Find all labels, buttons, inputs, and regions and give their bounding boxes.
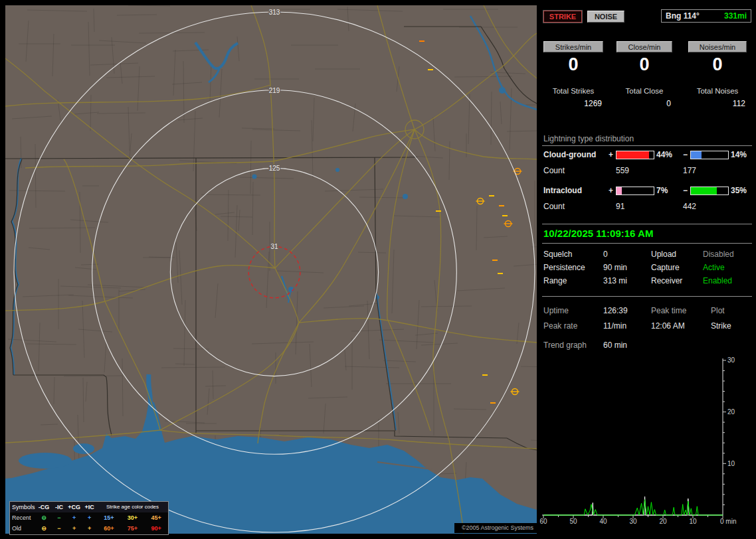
ic-negative-pct: 35% [731, 186, 747, 195]
bearing-range: 331mi [724, 11, 747, 21]
cg-positive-bar [616, 151, 654, 159]
squelch-value: 0 [603, 250, 608, 259]
persistence-label: Persistence [543, 263, 585, 272]
bearing-value: Bng 114° [666, 11, 700, 21]
range-value: 313 mi [603, 276, 627, 285]
peak-time-label: Peak time [651, 306, 686, 315]
svg-text:125: 125 [269, 165, 280, 172]
legend-col-neg-ic: -IC [52, 502, 67, 512]
strikes-per-min-button[interactable]: Strikes/min [543, 41, 603, 52]
recent-pos-ic-icon: + [82, 512, 97, 523]
svg-text:219: 219 [269, 87, 280, 94]
upload-label: Upload [651, 250, 676, 259]
capture-status: Active [703, 263, 725, 272]
uptime-label: Uptime [543, 306, 569, 315]
legend-col-pos-ic: +IC [82, 502, 97, 512]
cg-positive-count: 559 [616, 166, 629, 175]
age-15: 15+ [97, 512, 121, 523]
old-neg-cg-icon: ⊖ [37, 523, 52, 534]
cg-count-label: Count [543, 166, 565, 175]
age-30: 30+ [121, 512, 145, 523]
svg-text:31: 31 [270, 243, 278, 250]
total-strikes-label: Total Strikes [543, 87, 603, 95]
cg-negative-bar [690, 151, 729, 159]
trend-window-value: 60 min [603, 341, 627, 350]
age-60: 60+ [97, 523, 121, 534]
noises-per-min-value: 0 [688, 54, 747, 76]
legend-symbols-header: Symbols [10, 502, 37, 512]
ic-plus-sign: + [609, 186, 613, 195]
legend-col-pos-cg: +CG [66, 502, 82, 512]
upload-status: Disabled [703, 250, 734, 259]
recent-pos-cg-icon: + [66, 512, 82, 523]
ic-minus-sign: − [683, 186, 688, 195]
legend-col-neg-cg: -CG [37, 502, 52, 512]
legend-old-row: Old ⊖ − + + 60+ 75+ 90+ [10, 523, 168, 534]
trend-ticks [543, 360, 726, 518]
cg-plus-sign: + [609, 150, 613, 159]
squelch-label: Squelch [543, 250, 572, 259]
svg-text:40: 40 [599, 518, 607, 525]
noises-per-min-button[interactable]: Noises/min [688, 41, 747, 52]
close-per-min-value: 0 [616, 54, 672, 76]
peak-rate-value: 11/min [603, 321, 626, 331]
svg-text:20: 20 [659, 518, 667, 525]
svg-text:10: 10 [727, 460, 735, 467]
age-75: 75+ [121, 523, 145, 534]
lightning-map[interactable]: 31321912531 Symbols -CG -IC +CG +IC Stri… [5, 5, 537, 534]
close-per-min-button[interactable]: Close/min [616, 41, 672, 52]
age-45: 45+ [144, 512, 168, 523]
receiver-label: Receiver [651, 276, 682, 285]
old-pos-ic-icon: + [82, 523, 97, 534]
ic-negative-count: 442 [683, 202, 696, 211]
ic-count-label: Count [543, 202, 565, 211]
divider [542, 224, 752, 224]
copyright-notice: ©2005 Astrogenic Systems [454, 523, 541, 533]
ic-negative-bar [690, 187, 729, 195]
total-close-value: 0 [616, 99, 671, 108]
svg-text:20: 20 [727, 408, 735, 416]
cg-positive-pct: 44% [656, 150, 672, 159]
svg-text:10: 10 [689, 518, 697, 525]
ic-positive-count: 91 [616, 202, 624, 211]
receiver-status: Enabled [703, 276, 732, 285]
svg-text:30: 30 [727, 356, 735, 364]
ic-positive-pct: 7% [656, 186, 668, 195]
map-legend: Symbols -CG -IC +CG +IC Strike age color… [9, 501, 169, 535]
svg-text:313: 313 [269, 9, 280, 16]
capture-label: Capture [651, 263, 680, 272]
recent-neg-ic-icon: − [52, 512, 67, 523]
cloud-ground-label: Cloud-ground [543, 150, 596, 159]
old-neg-ic-icon: − [52, 523, 67, 534]
plot-value: Strike [711, 321, 731, 331]
old-pos-cg-icon: + [66, 523, 82, 534]
trend-graph-label: Trend graph [543, 341, 587, 350]
strikes-per-min-value: 0 [543, 54, 603, 76]
cg-negative-pct: 14% [731, 150, 747, 159]
trend-axes [542, 358, 723, 515]
datetime-display: 10/22/2025 11:09:16 AM [543, 228, 653, 239]
noise-button[interactable]: NOISE [587, 11, 624, 23]
trend-plot-series [543, 497, 723, 515]
legend-ages-header: Strike age color codes [97, 502, 168, 512]
cg-minus-sign: − [683, 150, 688, 159]
intracloud-label: Intracloud [543, 186, 582, 195]
cg-negative-count: 177 [683, 166, 696, 175]
divider [542, 296, 752, 297]
trend-axis-labels: 1020306050403020100 min [539, 356, 736, 525]
legend-header-row: Symbols -CG -IC +CG +IC Strike age color… [10, 502, 168, 512]
svg-text:50: 50 [569, 518, 577, 525]
age-90: 90+ [144, 523, 168, 534]
strike-button[interactable]: STRIKE [543, 11, 582, 23]
range-label: Range [543, 276, 567, 285]
svg-text:60: 60 [539, 518, 547, 525]
legend-recent-row: Recent ⊖ − + + 15+ 30+ 45+ [10, 512, 168, 523]
map-canvas: 31321912531 [5, 5, 537, 534]
total-noises-value: 112 [688, 99, 745, 108]
svg-text:30: 30 [629, 518, 637, 525]
ic-positive-bar [616, 187, 654, 195]
total-noises-label: Total Noises [688, 87, 747, 95]
peak-rate-label: Peak rate [543, 321, 577, 331]
distribution-title: Lightning type distribution [543, 134, 634, 143]
total-close-label: Total Close [616, 87, 672, 95]
